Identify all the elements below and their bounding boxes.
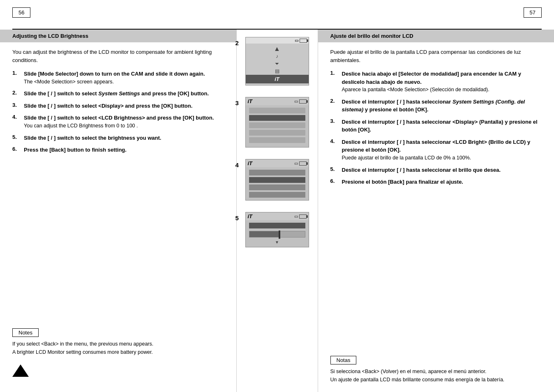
screen2-selected-row: iT	[246, 75, 309, 83]
right-step-4-sub: Puede ajustar el brillo de la pantalla L…	[342, 154, 542, 162]
right-step-5-content: Deslice el interruptor [ / ] hasta selec…	[342, 166, 542, 174]
screen-5-device: iT ▭	[245, 212, 309, 247]
right-note-1: Si selecciona <Back> (Volver) en el menú…	[330, 368, 542, 376]
right-step-2-content: Deslice el interruptor [ / ] hasta selec…	[342, 98, 542, 114]
right-step-6-title: Presione el botón [Back] para finalizar …	[342, 179, 463, 185]
left-notes-section: Notes If you select <Back> in the menu, …	[0, 324, 236, 364]
menu-row-5	[249, 137, 305, 143]
screen-3-badge: 3	[235, 99, 239, 106]
left-step-4-num: 4.	[12, 114, 24, 120]
right-notes-label: Notas	[330, 356, 357, 364]
left-step-4-title: Slide the [ / ] switch to select <LCD Br…	[24, 115, 214, 121]
right-steps-list: 1. Deslice hacia abajo el [Selector de m…	[330, 70, 542, 186]
right-step-2-title: Deslice el interruptor [ / ] hasta selec…	[342, 99, 525, 113]
battery-icon-4	[299, 161, 307, 166]
battery-icon-3	[299, 99, 307, 104]
screen-5-body: ▼	[246, 220, 309, 247]
left-note-1: If you select <Back> in the menu, the pr…	[12, 340, 224, 348]
triangle-up-icon	[12, 364, 29, 377]
screen-4-topbar: iT ▭	[246, 159, 309, 167]
screen5-slider-fill	[249, 231, 280, 237]
screen-5-topbar: iT ▭	[246, 212, 309, 220]
right-step-6-content: Presione el botón [Back] para finalizar …	[342, 178, 542, 186]
screen-2-body: ▲ ♪ ⏷ ▤ iT	[246, 44, 309, 85]
screen-3-body	[246, 105, 309, 147]
left-step-6-title: Press the [Back] button to finish settin…	[24, 147, 127, 153]
right-step-2: 2. Deslice el interruptor [ / ] hasta se…	[330, 98, 542, 114]
left-page-number: 56	[12, 7, 30, 18]
left-steps-list: 1. Slide [Mode Selector] down to turn on…	[12, 70, 224, 154]
left-step-3-num: 3.	[12, 102, 24, 108]
right-step-3: 3. Deslice el interruptor [ / ] hasta se…	[330, 118, 542, 134]
right-page-number: 57	[524, 7, 542, 18]
sd-card-icon-5: ▭	[294, 214, 298, 219]
sd-card-icon-2: ▭	[295, 38, 298, 43]
menu-row-1	[249, 108, 305, 113]
left-step-1: 1. Slide [Mode Selector] down to turn on…	[12, 70, 224, 85]
right-step-3-num: 3.	[330, 118, 342, 124]
screen-4-wrapper: 4 iT ▭	[245, 159, 309, 204]
left-step-4-sub: You can adjust the LCD Brightness from 0…	[24, 122, 224, 130]
center-screens-column: 2 ▭ ▲ ♪ ⏷ ▤ iT	[237, 30, 318, 392]
right-notes-section: Notas Si selecciona <Back> (Volver) en e…	[318, 352, 554, 392]
right-step-6: 6. Presione el botón [Back] para finaliz…	[330, 178, 542, 186]
left-step-2-num: 2.	[12, 90, 24, 96]
screen2-icon-music: ♪	[246, 53, 309, 60]
left-step-5-title: Slide the [ / ] switch to select the bri…	[24, 135, 161, 141]
sd-card-icon-3: ▭	[294, 99, 298, 104]
page-container: 56 57 Adjusting the LCD Brightness You c…	[0, 0, 554, 392]
screen5-row1-dark	[249, 223, 305, 228]
sd-card-icon-4: ▭	[294, 161, 298, 166]
left-step-6-content: Press the [Back] button to finish settin…	[24, 146, 224, 154]
left-step-6: 6. Press the [Back] button to finish set…	[12, 146, 224, 154]
right-step-4-num: 4.	[330, 138, 342, 144]
left-step-1-title: Slide [Mode Selector] down to turn on th…	[24, 71, 205, 77]
right-step-5-num: 5.	[330, 166, 342, 172]
right-section-header: Ajuste del brillo del monitor LCD	[318, 30, 554, 42]
right-step-1-sub: Aparece la pantalla <Mode Selection> (Se…	[342, 86, 542, 94]
right-step-1: 1. Deslice hacia abajo el [Selector de m…	[330, 70, 542, 94]
left-step-2-title: Slide the [ / ] switch to select System …	[24, 90, 209, 97]
left-step-5-num: 5.	[12, 134, 24, 140]
right-note-2: Un ajuste de pantalla LCD más brillante …	[330, 376, 542, 384]
right-step-2-num: 2.	[330, 98, 342, 104]
left-step-3-content: Slide the [ / ] switch to select <Displa…	[24, 102, 224, 110]
right-step-1-content: Deslice hacia abajo el [Selector de moda…	[342, 70, 542, 94]
screen2-icon-camera: ⏷	[246, 60, 309, 67]
menu-row-2-selected	[249, 115, 305, 121]
left-intro-text: You can adjust the brightness of the LCD…	[12, 48, 224, 64]
screen-2-topbar: ▭	[246, 37, 309, 44]
screen5-slider-thumb	[279, 231, 280, 239]
right-step-4-title: Deslice el interruptor [ / ] hasta selec…	[342, 139, 531, 153]
screen4-it-label: iT	[248, 160, 253, 166]
screen2-it-label: iT	[275, 76, 279, 82]
right-step-5: 5. Deslice el interruptor [ / ] hasta se…	[330, 166, 542, 174]
screen-4-body	[246, 167, 309, 200]
screen-3-device: iT ▭	[245, 97, 309, 148]
right-step-6-num: 6.	[330, 178, 342, 184]
left-step-3-title: Slide the [ / ] switch to select <Displa…	[24, 103, 192, 109]
left-notes-body: If you select <Back> in the menu, the pr…	[12, 340, 224, 356]
screen3-it-label: iT	[248, 98, 253, 104]
left-step-1-sub: The <Mode Selection> screen appears.	[24, 78, 224, 86]
screen-3-wrapper: 3 iT ▭	[245, 97, 309, 151]
right-section-body: Puede ajustar el brillo de la pantalla L…	[318, 42, 554, 352]
right-step-1-title: Deslice hacia abajo el [Selector de moda…	[342, 71, 521, 85]
screen4-row2-selected	[249, 177, 305, 183]
screen-5-badge: 5	[235, 214, 239, 221]
left-step-2-content: Slide the [ / ] switch to select System …	[24, 90, 224, 98]
right-intro-text: Puede ajustar el brillo de la pantalla L…	[330, 48, 542, 64]
screen2-icon-film: ▤	[246, 67, 309, 75]
header-row: 56 57	[0, 0, 554, 29]
right-step-4: 4. Deslice el interruptor [ / ] hasta se…	[330, 138, 542, 162]
left-step-3: 3. Slide the [ / ] switch to select <Dis…	[12, 102, 224, 110]
right-step-5-title: Deslice el interruptor [ / ] hasta selec…	[342, 167, 501, 173]
screen-2-badge: 2	[235, 39, 239, 46]
battery-icon-5	[299, 214, 307, 219]
screen-3-topbar: iT ▭	[246, 97, 309, 105]
left-step-4: 4. Slide the [ / ] switch to select <LCD…	[12, 114, 224, 129]
left-notes-label: Notes	[12, 328, 39, 337]
right-step-3-content: Deslice el interruptor [ / ] hasta selec…	[342, 118, 542, 134]
left-step-6-num: 6.	[12, 146, 24, 152]
left-step-5: 5. Slide the [ / ] switch to select the …	[12, 134, 224, 142]
